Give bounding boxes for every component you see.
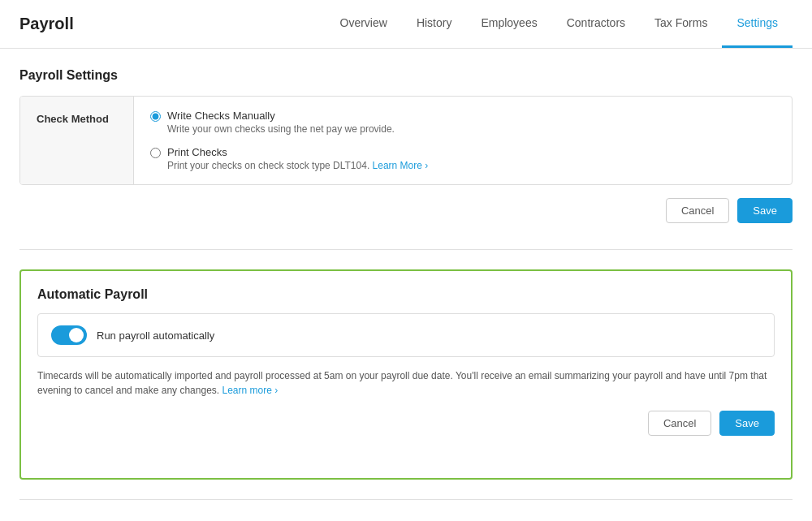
header: Payroll Overview History Employees Contr… [0, 0, 812, 49]
payroll-settings-cancel-button[interactable]: Cancel [666, 198, 729, 223]
section-divider-1 [19, 249, 793, 250]
write-checks-radio[interactable] [150, 111, 161, 122]
section-divider-2 [19, 499, 793, 500]
auto-payroll-description: Timecards will be automatically imported… [37, 368, 775, 398]
payroll-settings-title: Payroll Settings [19, 68, 793, 83]
tab-history[interactable]: History [402, 0, 467, 48]
auto-payroll-label: Run payroll automatically [97, 329, 214, 342]
print-checks-title: Print Checks [167, 146, 428, 158]
chevron-right-icon: › [425, 160, 428, 171]
auto-payroll-learn-more[interactable]: Learn more › [222, 385, 279, 396]
print-checks-label: Print Checks Print your checks on check … [167, 146, 428, 171]
main-content: Payroll Settings Check Method Write Chec… [0, 49, 812, 521]
automatic-payroll-title: Automatic Payroll [37, 287, 775, 302]
page-title: Payroll [19, 15, 74, 33]
auto-payroll-desc-text: Timecards will be automatically imported… [37, 370, 767, 396]
print-checks-radio[interactable] [150, 148, 161, 158]
print-checks-learn-more[interactable]: Learn More › [373, 160, 429, 171]
tab-employees[interactable]: Employees [466, 0, 551, 48]
payroll-settings-save-button[interactable]: Save [737, 198, 793, 223]
tab-settings[interactable]: Settings [722, 0, 793, 48]
write-checks-title: Write Checks Manually [167, 110, 395, 122]
print-checks-desc-text: Print your checks on check stock type DL… [167, 160, 373, 171]
check-method-row: Check Method Write Checks Manually Write… [20, 97, 792, 184]
auto-payroll-toggle[interactable] [51, 325, 87, 345]
check-method-label: Check Method [20, 97, 134, 184]
write-checks-option: Write Checks Manually Write your own che… [150, 110, 775, 135]
auto-payroll-slider [51, 325, 87, 345]
chevron-right-icon-2: › [274, 385, 278, 396]
tab-tax-forms[interactable]: Tax Forms [640, 0, 722, 48]
check-method-options: Write Checks Manually Write your own che… [134, 97, 792, 184]
write-checks-desc: Write your own checks using the net pay … [167, 123, 395, 135]
tab-contractors[interactable]: Contractors [552, 0, 640, 48]
write-checks-label: Write Checks Manually Write your own che… [167, 110, 395, 135]
auto-payroll-buttons: Cancel Save [37, 411, 775, 436]
automatic-payroll-section: Automatic Payroll Run payroll automatica… [19, 269, 793, 480]
print-checks-option: Print Checks Print your checks on check … [150, 146, 775, 171]
auto-payroll-save-button[interactable]: Save [719, 411, 775, 436]
tab-overview[interactable]: Overview [326, 0, 402, 48]
print-checks-desc: Print your checks on check stock type DL… [167, 160, 428, 171]
nav-tabs: Overview History Employees Contractors T… [326, 0, 793, 48]
auto-payroll-cancel-button[interactable]: Cancel [648, 411, 711, 436]
check-method-card: Check Method Write Checks Manually Write… [19, 96, 793, 185]
payroll-settings-buttons: Cancel Save [19, 198, 793, 223]
auto-payroll-toggle-card: Run payroll automatically [37, 313, 775, 357]
